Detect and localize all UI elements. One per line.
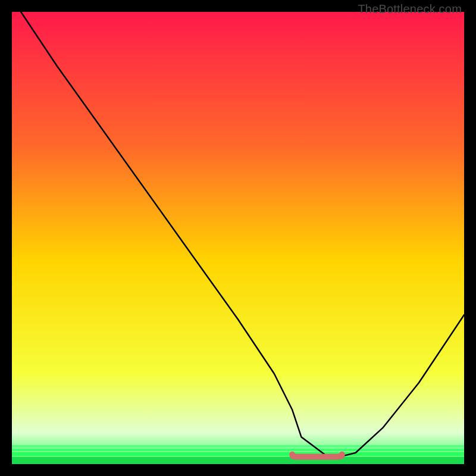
chart-frame: TheBottleneck.com [0, 0, 476, 476]
plot-area [12, 12, 464, 464]
curve-layer [12, 12, 464, 464]
optimal-range-badge [292, 455, 342, 457]
watermark-text: TheBottleneck.com [358, 2, 462, 16]
bottleneck-curve [21, 12, 464, 458]
